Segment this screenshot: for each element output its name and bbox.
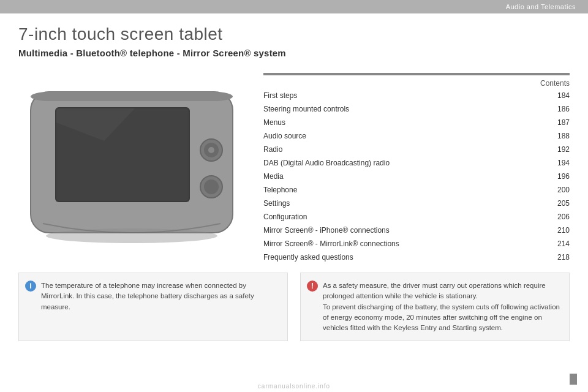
warning-notice: ! As a safety measure, the driver must c… bbox=[300, 273, 570, 341]
toc-item-label: Telephone bbox=[263, 183, 515, 197]
toc-item-page: 188 bbox=[515, 129, 570, 143]
toc-item-label: Menus bbox=[263, 116, 515, 129]
toc-item-label: Media bbox=[263, 170, 515, 183]
toc-item-label: First steps bbox=[263, 89, 515, 102]
toc-item-label: Steering mounted controls bbox=[263, 102, 515, 116]
content-area: Contents First steps 184 Steering mounte… bbox=[18, 67, 570, 264]
toc-item-label: Settings bbox=[263, 197, 515, 210]
svg-point-10 bbox=[46, 228, 217, 243]
warning-notice-text: As a safety measure, the driver must car… bbox=[323, 282, 560, 331]
toc-item-page: 218 bbox=[515, 251, 570, 264]
toc-item-page: 192 bbox=[515, 143, 570, 156]
toc-row: Media 196 bbox=[263, 170, 570, 183]
toc-row: Settings 205 bbox=[263, 197, 570, 210]
toc-row: Steering mounted controls 186 bbox=[263, 102, 570, 116]
toc-item-page: 214 bbox=[515, 237, 570, 251]
svg-point-9 bbox=[204, 179, 219, 194]
toc-item-page: 184 bbox=[515, 89, 570, 102]
toc-item-label: Configuration bbox=[263, 210, 515, 224]
notices-area: i The temperature of a telephone may inc… bbox=[18, 273, 570, 341]
info-notice-text: The temperature of a telephone may incre… bbox=[41, 282, 254, 311]
info-notice: i The temperature of a telephone may inc… bbox=[18, 273, 288, 341]
toc-item-page: 205 bbox=[515, 197, 570, 210]
toc-row: Menus 187 bbox=[263, 116, 570, 129]
toc-row: Configuration 206 bbox=[263, 210, 570, 224]
page-title: 7-inch touch screen tablet bbox=[18, 24, 570, 44]
toc-item-page: 187 bbox=[515, 116, 570, 129]
toc-row: Mirror Screen® - iPhone® connections 210 bbox=[263, 224, 570, 237]
toc-header-row: Contents bbox=[263, 78, 570, 89]
toc-item-label: Mirror Screen® - MirrorLink® connections bbox=[263, 237, 515, 251]
toc-row: Audio source 188 bbox=[263, 129, 570, 143]
tablet-image-container bbox=[18, 67, 251, 264]
toc-item-page: 196 bbox=[515, 170, 570, 183]
toc-item-label: Mirror Screen® - iPhone® connections bbox=[263, 224, 515, 237]
toc-item-label: Radio bbox=[263, 143, 515, 156]
toc-item-page: 200 bbox=[515, 183, 570, 197]
toc-item-page: 194 bbox=[515, 156, 570, 170]
page-subtitle: Multimedia - Bluetooth® telephone - Mirr… bbox=[18, 48, 570, 58]
toc-item-page: 206 bbox=[515, 210, 570, 224]
toc-table: Contents First steps 184 Steering mounte… bbox=[263, 78, 570, 264]
toc-item-label: DAB (Digital Audio Broadcasting) radio bbox=[263, 156, 515, 170]
tablet-illustration bbox=[24, 80, 245, 251]
section-title: Audio and Telematics bbox=[506, 3, 576, 10]
top-bar: Audio and Telematics bbox=[0, 0, 588, 13]
svg-rect-1 bbox=[31, 92, 233, 101]
toc-row: Frequently asked questions 218 bbox=[263, 251, 570, 264]
toc-row: First steps 184 bbox=[263, 89, 570, 102]
warning-icon: ! bbox=[307, 281, 318, 292]
toc-item-label: Audio source bbox=[263, 129, 515, 143]
toc-header-bar bbox=[263, 73, 570, 75]
toc-row: DAB (Digital Audio Broadcasting) radio 1… bbox=[263, 156, 570, 170]
toc-item-label: Frequently asked questions bbox=[263, 251, 515, 264]
toc-header-empty bbox=[263, 78, 515, 89]
svg-point-7 bbox=[208, 147, 214, 153]
page-marker bbox=[570, 374, 577, 385]
watermark: carmanualsonline.info bbox=[258, 383, 330, 390]
toc-item-page: 210 bbox=[515, 224, 570, 237]
toc-header-label: Contents bbox=[515, 78, 570, 89]
toc-area: Contents First steps 184 Steering mounte… bbox=[263, 67, 570, 264]
toc-row: Telephone 200 bbox=[263, 183, 570, 197]
main-content: 7-inch touch screen tablet Multimedia - … bbox=[0, 13, 588, 347]
toc-item-page: 186 bbox=[515, 102, 570, 116]
toc-row: Mirror Screen® - MirrorLink® connections… bbox=[263, 237, 570, 251]
toc-row: Radio 192 bbox=[263, 143, 570, 156]
info-icon: i bbox=[25, 281, 36, 292]
